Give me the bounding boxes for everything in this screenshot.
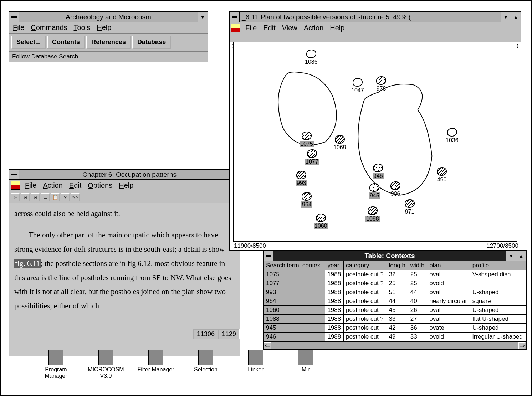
system-menu-icon[interactable] bbox=[9, 12, 19, 22]
column-header[interactable]: year bbox=[325, 261, 344, 270]
menu-help[interactable]: Help bbox=[119, 181, 133, 190]
posthole-946[interactable]: 946 bbox=[373, 164, 384, 179]
posthole-marker bbox=[447, 128, 457, 137]
posthole-label: 1075 bbox=[300, 141, 314, 147]
menu-help[interactable]: Help bbox=[330, 24, 344, 32]
contexts-table[interactable]: Search term: contextyearcategorylengthwi… bbox=[264, 261, 526, 341]
minimize-button[interactable]: ▼ bbox=[506, 251, 516, 261]
figure-link[interactable]: fig. 6.11 bbox=[14, 259, 41, 268]
table-cell: posthole cut ? bbox=[343, 315, 387, 324]
desktop-icon[interactable]: Selection bbox=[186, 350, 225, 379]
posthole-945[interactable]: 945 bbox=[369, 183, 380, 199]
titlebar[interactable]: Archaeology and Microcosm ▼ bbox=[9, 12, 208, 22]
column-header[interactable]: width bbox=[408, 261, 427, 270]
desktop-icon[interactable]: Mir bbox=[286, 350, 325, 379]
contents-button[interactable]: Contents bbox=[47, 36, 85, 49]
desktop-icon[interactable]: MICROCOSM V3.0 bbox=[86, 350, 126, 379]
table-cell: 51 bbox=[387, 288, 408, 297]
posthole-1075[interactable]: 1075 bbox=[300, 132, 314, 147]
menu-action[interactable]: Action bbox=[304, 24, 324, 32]
column-header[interactable]: category bbox=[343, 261, 387, 270]
desktop-icon[interactable]: Filter Manager bbox=[136, 350, 175, 379]
horizontal-scrollbar[interactable]: ⇐ ⇒ bbox=[264, 341, 526, 349]
posthole-marker bbox=[302, 132, 312, 140]
posthole-1077[interactable]: 1077 bbox=[305, 149, 319, 165]
system-menu-icon[interactable] bbox=[264, 251, 273, 261]
paste-icon[interactable]: 📋 bbox=[51, 193, 60, 201]
icon-label: Linker bbox=[248, 366, 264, 373]
table-cell: V-shaped dish bbox=[470, 270, 526, 279]
posthole-1069[interactable]: 1069 bbox=[333, 135, 346, 151]
table-row[interactable]: 10881988posthole cut ?3327ovalflat U-sha… bbox=[264, 315, 526, 324]
table-row[interactable]: 9451988posthole cut4236ovateU-shaped bbox=[264, 324, 526, 333]
posthole-label: 1088 bbox=[365, 216, 380, 222]
plan-canvas[interactable]: 1085104797810361075106910779939464909649… bbox=[233, 42, 517, 242]
table-row[interactable]: 10771988posthole cut ?2525ovoid bbox=[264, 279, 526, 288]
posthole-490[interactable]: 490 bbox=[437, 167, 447, 183]
posthole-964[interactable]: 964 bbox=[301, 192, 312, 208]
select-button[interactable]: Select... bbox=[11, 36, 46, 49]
posthole-1060[interactable]: 1060 bbox=[314, 214, 328, 229]
posthole-label: 1036 bbox=[446, 137, 459, 144]
menu-tools[interactable]: Tools bbox=[74, 24, 91, 32]
posthole-978[interactable]: 978 bbox=[376, 76, 386, 92]
column-header[interactable]: Search term: context bbox=[264, 261, 325, 270]
table-cell: posthole cut bbox=[343, 324, 387, 333]
desktop-icon[interactable]: Program Manager bbox=[36, 350, 76, 379]
table-row[interactable]: 9931988posthole cut5144ovalU-shaped bbox=[264, 288, 526, 297]
menu-file[interactable]: File bbox=[13, 24, 24, 32]
menu-action[interactable]: Action bbox=[43, 181, 63, 190]
open-icon[interactable]: ▭ bbox=[41, 193, 50, 201]
posthole-1047[interactable]: 1047 bbox=[351, 78, 364, 94]
menu-options[interactable]: Options bbox=[88, 181, 112, 190]
menu-edit[interactable]: Edit bbox=[263, 24, 275, 32]
titlebar[interactable]: Chapter 6: Occupation patterns bbox=[9, 170, 240, 180]
maximize-button[interactable]: ▲ bbox=[516, 251, 526, 261]
desktop-icon[interactable]: Linker bbox=[236, 350, 275, 379]
posthole-993[interactable]: 993 bbox=[296, 171, 307, 186]
copy-icon[interactable]: ⎘ bbox=[21, 193, 30, 201]
titlebar[interactable]: _6.11 Plan of two possible versions of s… bbox=[230, 12, 521, 22]
copy2-icon[interactable]: ⎘ bbox=[31, 193, 40, 201]
posthole-label: 1069 bbox=[333, 144, 346, 151]
posthole-label: 1060 bbox=[314, 223, 328, 229]
menu-edit[interactable]: Edit bbox=[69, 181, 81, 190]
posthole-906[interactable]: 906 bbox=[390, 181, 400, 197]
minimize-button[interactable]: ▼ bbox=[198, 12, 208, 22]
table-row[interactable]: 10601988posthole cut4526ovalU-shaped bbox=[264, 306, 526, 315]
menu-file[interactable]: File bbox=[25, 181, 36, 190]
menu-file[interactable]: File bbox=[245, 24, 257, 32]
table-cell: 36 bbox=[408, 324, 427, 333]
help-icon[interactable]: ? bbox=[61, 193, 70, 201]
table-cell: 42 bbox=[387, 324, 408, 333]
posthole-1085[interactable]: 1085 bbox=[305, 50, 318, 65]
system-menu-icon[interactable] bbox=[230, 12, 240, 22]
posthole-marker bbox=[376, 76, 386, 85]
scroll-track[interactable] bbox=[271, 342, 518, 349]
system-menu-icon[interactable] bbox=[9, 170, 19, 179]
whatsthis-icon[interactable]: ↖? bbox=[71, 193, 80, 201]
column-header[interactable]: plan bbox=[427, 261, 470, 270]
database-button[interactable]: Database bbox=[132, 36, 171, 49]
column-header[interactable]: length bbox=[387, 261, 408, 270]
scroll-right-icon[interactable]: ⇒ bbox=[518, 342, 526, 349]
table-row[interactable]: 9461988posthole cut4933ovoidirregular U-… bbox=[264, 333, 526, 341]
minimize-button[interactable]: ▼ bbox=[501, 12, 511, 22]
table-row[interactable]: 9641988posthole cut4440nearly circularsq… bbox=[264, 297, 526, 306]
table-cell: oval bbox=[427, 270, 470, 279]
menu-commands[interactable]: Commands bbox=[31, 24, 67, 32]
back-icon[interactable]: ⇦ bbox=[11, 193, 20, 201]
posthole-1088[interactable]: 1088 bbox=[365, 206, 380, 222]
table-window: Table: Contexts ▼ ▲ Search term: context… bbox=[263, 250, 527, 350]
maximize-button[interactable]: ▲ bbox=[511, 12, 521, 22]
references-button[interactable]: References bbox=[86, 36, 131, 49]
titlebar[interactable]: Table: Contexts ▼ ▲ bbox=[264, 251, 526, 261]
menu-help[interactable]: Help bbox=[97, 24, 111, 32]
posthole-1036[interactable]: 1036 bbox=[446, 128, 459, 144]
posthole-marker bbox=[335, 135, 345, 144]
column-header[interactable]: profile bbox=[470, 261, 526, 270]
table-row[interactable]: 10751988posthole cut ?3225ovalV-shaped d… bbox=[264, 270, 526, 279]
scroll-left-icon[interactable]: ⇐ bbox=[264, 342, 271, 349]
posthole-971[interactable]: 971 bbox=[405, 199, 415, 215]
menu-view[interactable]: View bbox=[282, 24, 297, 32]
